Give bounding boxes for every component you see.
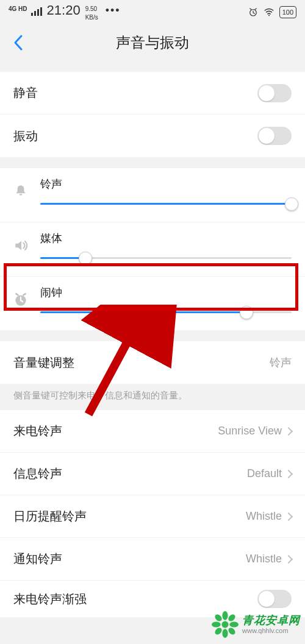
incoming-ringtone-label: 来电铃声 (13, 423, 62, 439)
mute-row[interactable]: 静音 (0, 72, 305, 115)
svg-point-4 (222, 621, 229, 628)
ringtone-slider-row: 铃声 (0, 168, 305, 222)
svg-point-8 (229, 621, 239, 627)
wifi-icon (264, 7, 274, 18)
svg-point-9 (214, 613, 223, 623)
svg-point-11 (214, 626, 223, 636)
ringtone-slider-label: 铃声 (40, 177, 292, 191)
message-ringtone-label: 信息铃声 (13, 465, 62, 482)
title-bar: 声音与振动 (0, 24, 305, 61)
notify-ringtone-label: 通知铃声 (13, 551, 62, 567)
chevron-left-icon (13, 34, 24, 51)
status-bar: 4G HD 21:20 9.50 KB/s ••• 100 (0, 0, 305, 24)
bell-icon (11, 182, 30, 201)
svg-point-6 (222, 629, 228, 638)
chevron-right-icon (284, 512, 293, 520)
status-left: 4G HD 21:20 9.50 KB/s ••• (9, 4, 121, 21)
message-ringtone-value: Default (247, 467, 292, 480)
speed-unit: KB/s (85, 15, 98, 21)
svg-point-1 (268, 15, 270, 16)
vibrate-row[interactable]: 振动 (0, 115, 305, 157)
fadein-label: 来电铃声渐强 (13, 591, 87, 607)
net-speed: 9.50 KB/s (84, 4, 98, 21)
volume-key-label: 音量键调整 (13, 355, 74, 371)
media-slider[interactable] (40, 253, 292, 264)
ringtone-group: 来电铃声 Sunrise View 信息铃声 Default 日历提醒铃声 Wh… (0, 410, 305, 617)
screen: 4G HD 21:20 9.50 KB/s ••• 100 声音与振动 静音 (0, 0, 305, 644)
watermark: 青花安卓网 www.qhhlv.com (212, 611, 300, 638)
speed-value: 9.50 (85, 6, 98, 12)
alarm-slider[interactable] (40, 307, 292, 318)
more-dots-icon: ••• (106, 5, 121, 16)
vibrate-toggle[interactable] (257, 127, 292, 145)
back-button[interactable] (9, 33, 28, 52)
volume-sliders: 铃声 媒体 闹钟 (0, 168, 305, 330)
chevron-right-icon (284, 469, 293, 478)
alarm-slider-row: 闹钟 (0, 277, 305, 330)
watermark-url: www.qhhlv.com (242, 627, 300, 634)
svg-rect-2 (20, 194, 22, 195)
network-indicator: 4G HD (9, 6, 27, 12)
volume-key-row[interactable]: 音量键调整 铃声 (0, 341, 305, 384)
battery-indicator: 100 (279, 6, 296, 18)
chevron-right-icon (284, 554, 293, 563)
svg-point-10 (227, 613, 237, 623)
alarm-slider-label: 闹钟 (40, 285, 292, 300)
calendar-ringtone-value: Whistle (246, 510, 292, 523)
notify-ringtone-value: Whistle (246, 553, 292, 565)
calendar-ringtone-label: 日历提醒铃声 (13, 508, 87, 525)
volume-key-value: 铃声 (270, 355, 292, 370)
svg-point-12 (227, 626, 237, 636)
watermark-title: 青花安卓网 (242, 615, 300, 627)
notify-ringtone-row[interactable]: 通知铃声 Whistle (0, 538, 305, 581)
volume-key-desc: 侧音量键可控制来电、信息和通知的音量。 (0, 384, 305, 410)
speaker-icon (11, 236, 30, 255)
incoming-ringtone-row[interactable]: 来电铃声 Sunrise View (0, 410, 305, 453)
status-right: 100 (248, 6, 296, 18)
toggle-group: 静音 振动 (0, 72, 305, 157)
chevron-right-icon (284, 426, 293, 435)
media-slider-label: 媒体 (40, 231, 292, 246)
vibrate-label: 振动 (13, 128, 38, 144)
svg-point-5 (222, 611, 228, 620)
alarm-icon (248, 7, 259, 18)
message-ringtone-row[interactable]: 信息铃声 Default (0, 453, 305, 495)
mute-label: 静音 (13, 85, 38, 101)
media-slider-row: 媒体 (0, 222, 305, 277)
incoming-ringtone-value: Sunrise View (218, 425, 292, 437)
clock: 21:20 (47, 4, 81, 17)
watermark-logo-icon (212, 611, 239, 638)
page-title: 声音与振动 (116, 33, 189, 52)
clock-icon (11, 290, 30, 310)
fadein-toggle[interactable] (257, 590, 292, 608)
calendar-ringtone-row[interactable]: 日历提醒铃声 Whistle (0, 495, 305, 538)
ringtone-slider[interactable] (40, 199, 292, 210)
signal-bars-icon (31, 7, 42, 16)
svg-point-7 (212, 621, 221, 627)
mute-toggle[interactable] (257, 84, 292, 102)
